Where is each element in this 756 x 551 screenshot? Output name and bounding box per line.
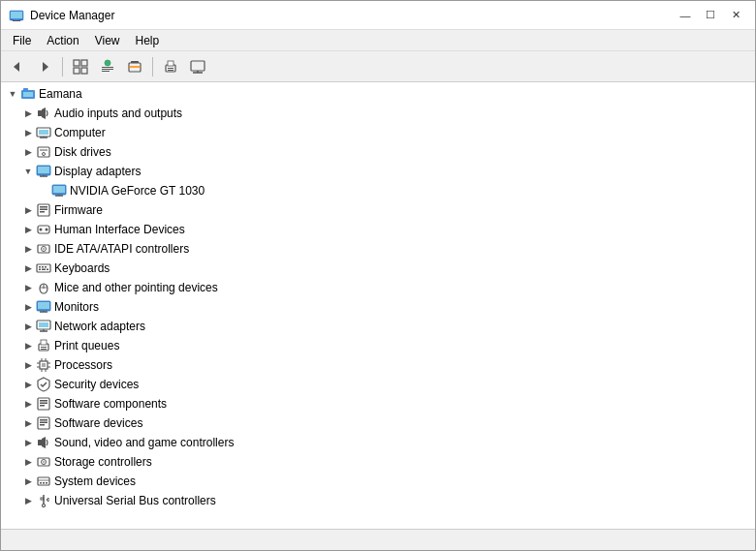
svg-rect-12	[102, 67, 113, 68]
svg-rect-56	[39, 266, 41, 268]
tree-item[interactable]: ▶Print queues	[1, 336, 755, 355]
menu-help[interactable]: Help	[128, 32, 168, 49]
svg-rect-9	[74, 68, 79, 74]
tree-expander[interactable]: ▶	[20, 319, 36, 334]
tree-item[interactable]: ▶Computer	[1, 123, 755, 142]
tree-expander[interactable]: ▶	[20, 125, 36, 140]
maximize-button[interactable]: ☐	[699, 6, 722, 25]
tree-expander[interactable]: ▶	[20, 454, 36, 470]
title-bar: Device Manager — ☐ ✕	[1, 1, 755, 30]
svg-rect-95	[38, 440, 42, 445]
forward-button[interactable]	[32, 55, 57, 78]
tree-item[interactable]: ▶Human Interface Devices	[1, 220, 755, 239]
tree-item[interactable]: NVIDIA GeForce GT 1030	[1, 181, 755, 200]
tree-item[interactable]: ▶Security devices	[1, 375, 755, 394]
tree-expander[interactable]: ▶	[20, 144, 36, 160]
tree-item[interactable]: ▶Disk drives	[1, 142, 755, 162]
scan-button[interactable]	[122, 55, 147, 78]
item-icon	[36, 106, 51, 121]
item-label: Print queues	[54, 339, 119, 352]
tree-expander[interactable]: ▶	[20, 338, 36, 353]
tree-item[interactable]: ▼Display adapters	[1, 162, 755, 181]
tree-item[interactable]: ▶Firmware	[1, 200, 755, 220]
tree-item[interactable]: ▶Sound, video and game controllers	[1, 433, 755, 452]
menu-view[interactable]: View	[87, 32, 128, 49]
tree-item[interactable]: ▶Storage controllers	[1, 452, 755, 472]
svg-rect-10	[81, 68, 87, 74]
svg-rect-38	[38, 167, 49, 173]
tree-item[interactable]: ▶Processors	[1, 355, 755, 375]
properties-button[interactable]	[95, 55, 120, 78]
item-label: Mice and other pointing devices	[54, 281, 218, 294]
tree-item[interactable]: ▶Mice and other pointing devices	[1, 278, 755, 297]
item-label: Keyboards	[54, 261, 110, 275]
svg-rect-102	[40, 482, 42, 484]
toolbar	[1, 51, 755, 82]
item-label: Computer	[54, 126, 106, 139]
tree-expander[interactable]: ▶	[20, 435, 36, 450]
svg-rect-20	[168, 68, 173, 69]
svg-rect-8	[81, 60, 87, 66]
tree-expander[interactable]: ▶	[20, 474, 36, 489]
close-button[interactable]: ✕	[724, 6, 747, 25]
svg-rect-94	[40, 424, 45, 426]
item-icon	[36, 241, 51, 257]
print-button[interactable]	[158, 55, 183, 78]
menu-file[interactable]: File	[5, 32, 39, 49]
minimize-button[interactable]: —	[674, 6, 697, 25]
tree-expander[interactable]: ▼	[20, 164, 36, 179]
menu-action[interactable]: Action	[39, 32, 86, 49]
tree-item[interactable]: ▶Audio inputs and outputs	[1, 104, 755, 123]
svg-rect-74	[41, 340, 47, 345]
svg-rect-60	[42, 269, 46, 271]
overview-button[interactable]	[68, 55, 93, 78]
tree-expander[interactable]: ▶	[20, 493, 36, 508]
svg-rect-19	[168, 61, 173, 66]
display-button[interactable]	[185, 55, 210, 78]
tree-item[interactable]: ▶System devices	[1, 472, 755, 491]
item-label: NVIDIA GeForce GT 1030	[70, 184, 205, 198]
tree-expander[interactable]: ▶	[20, 357, 36, 373]
root-expander[interactable]: ▼	[5, 86, 20, 102]
tree-expander[interactable]: ▶	[20, 415, 36, 431]
svg-rect-59	[39, 269, 41, 271]
item-icon	[36, 474, 51, 489]
tree-item[interactable]: ▶Keyboards	[1, 259, 755, 278]
tree-expander[interactable]: ▶	[20, 202, 36, 218]
tree-item[interactable]: ▶Network adapters	[1, 317, 755, 336]
svg-rect-103	[43, 482, 45, 484]
tree-root[interactable]: ▼ Eamana	[1, 84, 755, 104]
tree-item[interactable]: ▶Monitors	[1, 297, 755, 317]
svg-rect-76	[41, 349, 47, 350]
tree-expander[interactable]: ▶	[20, 396, 36, 412]
item-icon	[36, 280, 51, 295]
tree-expander[interactable]: ▶	[20, 106, 36, 121]
tree-items: ▶Audio inputs and outputs▶Computer▶Disk …	[1, 104, 755, 510]
tree-expander[interactable]: ▶	[20, 241, 36, 257]
item-icon	[36, 125, 51, 140]
item-icon	[36, 319, 51, 334]
item-icon	[36, 164, 51, 179]
svg-rect-27	[23, 88, 28, 91]
tree-expander[interactable]: ▶	[20, 377, 36, 392]
tree-item[interactable]: ▶Universal Serial Bus controllers	[1, 491, 755, 510]
tree-expander[interactable]: ▶	[20, 280, 36, 295]
tree-expander[interactable]: ▶	[20, 299, 36, 315]
back-button[interactable]	[5, 55, 30, 78]
item-icon	[36, 144, 51, 160]
title-bar-left: Device Manager	[9, 8, 114, 23]
tree-item[interactable]: ▶Software devices	[1, 413, 755, 433]
item-icon	[36, 299, 51, 315]
item-label: Universal Serial Bus controllers	[54, 494, 216, 507]
svg-rect-42	[53, 186, 65, 193]
tree-view[interactable]: ▼ Eamana ▶Audio inputs and outputs▶Compu…	[1, 82, 755, 529]
tree-expander[interactable]: ▶	[20, 260, 36, 276]
tree-expander[interactable]: ▶	[20, 222, 36, 237]
svg-rect-3	[19, 19, 22, 20]
item-label: Display adapters	[54, 165, 141, 178]
tree-item[interactable]: ▶Software components	[1, 394, 755, 413]
svg-point-54	[43, 248, 45, 250]
svg-rect-1	[11, 12, 22, 18]
tree-item[interactable]: ▶IDE ATA/ATAPI controllers	[1, 239, 755, 259]
svg-rect-104	[46, 482, 47, 484]
